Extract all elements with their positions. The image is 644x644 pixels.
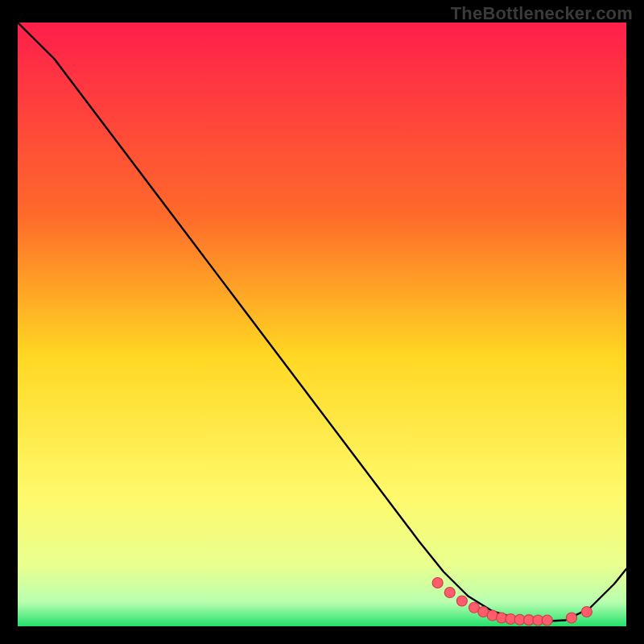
watermark-text: TheBottlenecker.com [451,3,633,24]
data-marker [566,613,576,623]
data-marker [432,578,443,588]
plot-area [18,23,626,626]
gradient-background [18,23,626,626]
data-marker [444,588,455,598]
data-marker [542,615,552,625]
data-marker [581,607,592,617]
chart-frame: TheBottlenecker.com [0,0,644,644]
chart-svg [18,23,626,626]
data-marker [456,596,467,606]
